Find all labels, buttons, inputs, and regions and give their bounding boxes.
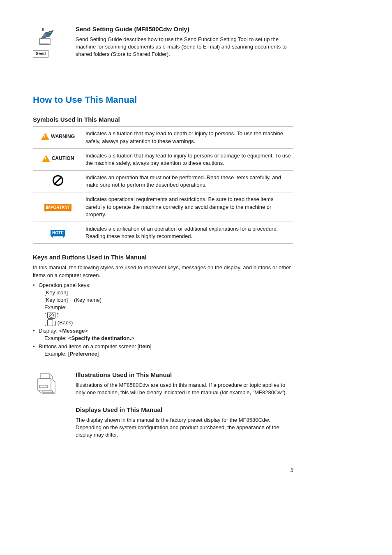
keys-example-stop: [ ] bbox=[39, 312, 293, 319]
svg-rect-0 bbox=[39, 39, 50, 44]
prohibit-icon-cell bbox=[33, 171, 83, 192]
keys-list: Operation panel keys: [Key icon] [Key ic… bbox=[33, 282, 293, 358]
table-row: Indicates an operation that must not be … bbox=[33, 171, 293, 192]
prohibit-text: Indicates an operation that must not be … bbox=[83, 171, 293, 192]
list-item: Display: <Message> Example: <Specify the… bbox=[33, 327, 293, 342]
send-guide-section: Send Send Setting Guide (MF8580Cdw Only)… bbox=[33, 25, 293, 61]
note-icon-cell: NOTE bbox=[33, 222, 83, 244]
illus-title: Illustrations Used in This Manual bbox=[76, 370, 293, 379]
prohibit-icon bbox=[53, 175, 63, 186]
important-ribbon-icon: IMPORTANT bbox=[44, 204, 72, 211]
illus-body: Illustrations of the MF8580Cdw are used … bbox=[76, 382, 293, 396]
keys-item-example: Example: [Preference] bbox=[39, 350, 293, 358]
caution-label: CAUTION bbox=[52, 155, 74, 162]
caution-icon-cell: CAUTION bbox=[33, 148, 83, 170]
warning-icon-cell: WARNING bbox=[33, 127, 83, 148]
keys-b1: Operation panel keys: bbox=[39, 282, 90, 288]
table-row: NOTE Indicates a clarification of an ope… bbox=[33, 222, 293, 244]
keys-item: Item bbox=[139, 343, 150, 349]
send-label: Send bbox=[33, 50, 48, 58]
svg-point-2 bbox=[49, 31, 51, 34]
keys-message-example: Example: <Specify the destination.> bbox=[39, 335, 293, 342]
table-row: WARNING Indicates a situation that may l… bbox=[33, 127, 293, 148]
howto-title: How to Use This Manual bbox=[33, 94, 293, 106]
stop-key-icon bbox=[47, 312, 55, 319]
caution-text: Indicates a situation that may lead to i… bbox=[83, 148, 293, 170]
warning-text: Indicates a situation that may lead to d… bbox=[83, 127, 293, 148]
svg-rect-1 bbox=[40, 44, 49, 44]
keys-example-back: [ ] (Back) bbox=[39, 319, 293, 326]
disp-title: Displays Used in This Manual bbox=[76, 405, 293, 414]
keys-intro: In this manual, the following styles are… bbox=[33, 264, 293, 279]
svg-rect-5 bbox=[39, 385, 48, 388]
important-text: Indicates operational requirements and r… bbox=[83, 192, 293, 222]
illustrations-section: Illustrations Used in This Manual Illust… bbox=[33, 370, 293, 442]
svg-rect-6 bbox=[43, 391, 53, 393]
svg-rect-4 bbox=[40, 374, 49, 379]
send-guide-body: Send Setting Guide describes how to use … bbox=[76, 36, 293, 58]
keys-b1c: Example: bbox=[39, 304, 293, 311]
table-row: CAUTION Indicates a situation that may l… bbox=[33, 148, 293, 170]
warning-label: WARNING bbox=[51, 133, 75, 140]
warning-triangle-icon bbox=[41, 133, 49, 140]
keys-message: Message bbox=[62, 328, 85, 334]
caution-triangle-icon bbox=[42, 155, 50, 162]
printer-line-icon bbox=[33, 370, 67, 442]
list-item: Buttons and items on a computer screen: … bbox=[33, 343, 293, 358]
symbols-table: WARNING Indicates a situation that may l… bbox=[33, 126, 293, 244]
svg-rect-3 bbox=[42, 28, 44, 31]
table-row: IMPORTANT Indicates operational requirem… bbox=[33, 192, 293, 222]
send-guide-icon: Send bbox=[33, 25, 67, 61]
page-number: 3 bbox=[33, 466, 293, 474]
keys-b1a: [Key icon] bbox=[39, 289, 293, 296]
disp-body: The display shown in this manual is the … bbox=[76, 416, 293, 439]
send-guide-title: Send Setting Guide (MF8580Cdw Only) bbox=[76, 25, 293, 33]
keys-title: Keys and Buttons Used in This Manual bbox=[33, 253, 293, 261]
symbols-title: Symbols Used in This Manual bbox=[33, 115, 293, 124]
important-icon-cell: IMPORTANT bbox=[33, 192, 83, 222]
back-key-icon bbox=[47, 319, 53, 326]
keys-b1b: [Key icon] + (Key name) bbox=[39, 296, 293, 304]
note-text: Indicates a clarification of an operatio… bbox=[83, 222, 293, 244]
note-ribbon-icon: NOTE bbox=[51, 230, 65, 236]
list-item: Operation panel keys: [Key icon] [Key ic… bbox=[33, 282, 293, 326]
